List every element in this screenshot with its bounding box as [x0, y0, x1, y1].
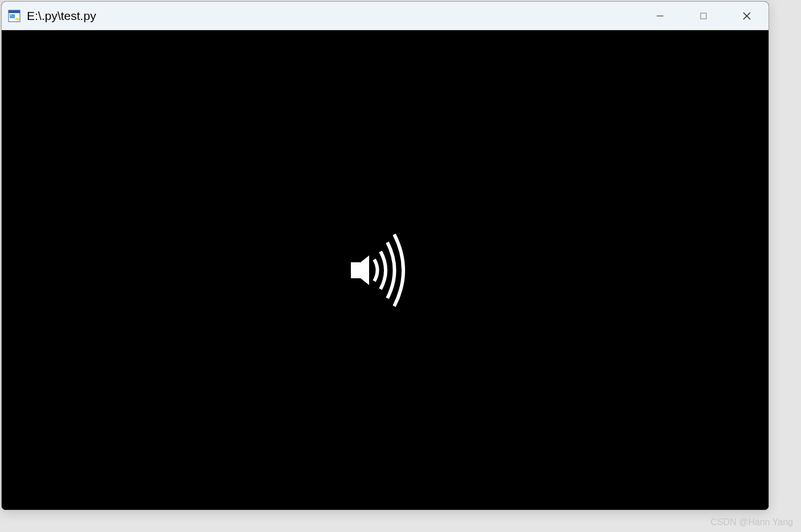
svg-rect-5: [701, 13, 706, 19]
svg-rect-8: [351, 262, 361, 278]
close-button[interactable]: [725, 2, 768, 30]
svg-marker-9: [361, 255, 369, 285]
minimize-icon: [656, 12, 664, 20]
watermark: CSDN @Hann Yang: [710, 517, 793, 527]
maximize-button[interactable]: [682, 2, 725, 30]
window-controls: [638, 2, 768, 30]
content-area: [2, 30, 768, 510]
maximize-icon: [699, 12, 707, 20]
app-icon: [7, 9, 21, 23]
window-title: E:\.py\test.py: [27, 9, 638, 23]
application-window: E:\.py\test.py: [1, 1, 769, 510]
titlebar[interactable]: E:\.py\test.py: [2, 2, 768, 30]
speaker-icon: [351, 233, 408, 307]
close-icon: [742, 11, 751, 21]
svg-point-3: [10, 15, 11, 16]
svg-rect-2: [10, 14, 15, 18]
svg-rect-1: [9, 10, 20, 13]
minimize-button[interactable]: [638, 2, 682, 30]
